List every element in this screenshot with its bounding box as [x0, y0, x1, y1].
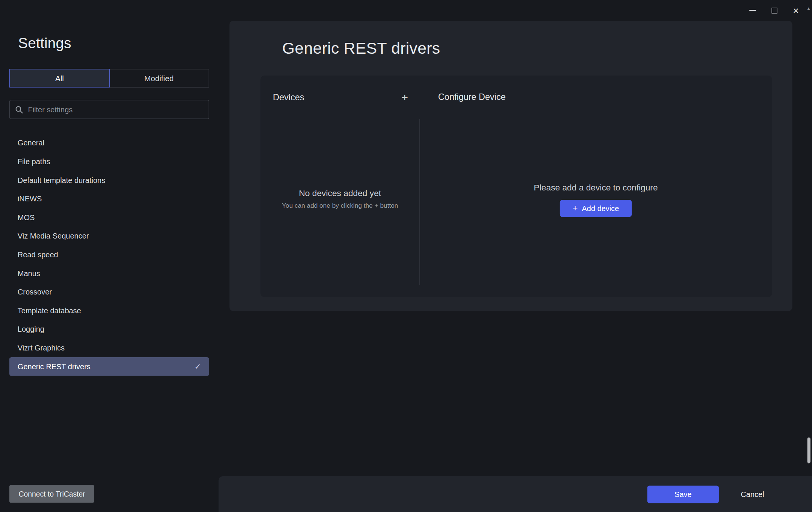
sidebar-item-label: Manus [18, 269, 40, 278]
footer-bar: Save Cancel [219, 476, 812, 512]
devices-configure-panel: Devices + No devices added yet You can a… [260, 76, 772, 297]
sidebar-item-label: Read speed [18, 251, 58, 259]
page-title: Settings [18, 35, 71, 52]
minimize-button[interactable] [745, 3, 760, 18]
configure-device-heading: Configure Device [438, 92, 506, 102]
minimize-icon [749, 10, 756, 11]
sidebar-item-label: Default template durations [18, 176, 105, 184]
configure-device-header: Configure Device [438, 92, 506, 103]
tab-all[interactable]: All [9, 69, 110, 88]
sidebar-item-template-database[interactable]: Template database [9, 301, 209, 320]
sidebar-item-read-speed[interactable]: Read speed [9, 245, 209, 264]
sidebar-item-label: File paths [18, 157, 50, 166]
add-device-button[interactable]: + Add device [560, 200, 632, 217]
sidebar-item-label: Viz Media Sequencer [18, 232, 89, 240]
plus-icon: + [573, 204, 578, 213]
sidebar-item-default-template-durations[interactable]: Default template durations [9, 171, 209, 190]
sidebar-item-crossover[interactable]: Crossover [9, 282, 209, 301]
maximize-button[interactable] [767, 3, 782, 18]
filter-settings-search[interactable] [9, 100, 209, 119]
search-icon [15, 105, 23, 113]
connect-to-tricaster-button[interactable]: Connect to TriCaster [9, 485, 95, 503]
sidebar-tabs: All Modified [9, 69, 209, 88]
sidebar-item-general[interactable]: General [9, 134, 209, 153]
scrollbar-track[interactable]: ▲ [805, 0, 812, 512]
scale-wrapper: ✕ ▲ Settings All Modified General File p… [0, 0, 812, 512]
sidebar-item-manus[interactable]: Manus [9, 264, 209, 283]
sidebar-item-label: iNEWS [18, 195, 42, 203]
settings-nav: General File paths Default template dura… [9, 134, 209, 376]
scrollbar-thumb[interactable] [807, 438, 810, 464]
sidebar-item-inews[interactable]: iNEWS [9, 189, 209, 208]
devices-empty-subtitle: You can add one by clicking the + button [260, 202, 419, 209]
sidebar-item-label: Crossover [18, 288, 52, 296]
search-input[interactable] [28, 105, 203, 113]
devices-column: Devices + No devices added yet You can a… [260, 76, 419, 297]
main-panel: Generic REST drivers Devices + No device… [230, 21, 792, 311]
cancel-button[interactable]: Cancel [719, 485, 786, 503]
sidebar-item-label: Logging [18, 325, 44, 334]
sidebar-item-viz-media-sequencer[interactable]: Viz Media Sequencer [9, 227, 209, 246]
devices-header: Devices + [273, 92, 408, 103]
sidebar-item-label: Template database [18, 307, 81, 315]
sidebar-item-logging[interactable]: Logging [9, 320, 209, 339]
window-controls: ✕ [745, 0, 804, 21]
devices-heading: Devices [273, 93, 304, 103]
configure-device-column: Configure Device Please add a device to … [419, 76, 772, 297]
main-title: Generic REST drivers [282, 39, 440, 58]
sidebar-item-label: Vizrt Graphics [18, 344, 65, 352]
settings-window: ✕ ▲ Settings All Modified General File p… [0, 0, 812, 512]
close-button[interactable]: ✕ [788, 3, 804, 18]
sidebar-item-label: MOS [18, 213, 35, 222]
close-icon: ✕ [793, 6, 799, 14]
configure-empty-title: Please add a device to configure [419, 183, 772, 193]
save-button[interactable]: Save [647, 485, 719, 503]
devices-empty-state: No devices added yet You can add one by … [260, 189, 419, 209]
sidebar-item-mos[interactable]: MOS [9, 208, 209, 227]
sidebar-item-vizrt-graphics[interactable]: Vizrt Graphics [9, 338, 209, 357]
check-icon: ✓ [194, 362, 201, 371]
tab-modified[interactable]: Modified [109, 69, 209, 87]
sidebar-item-label: Generic REST drivers [18, 362, 91, 371]
scroll-up-arrow-icon[interactable]: ▲ [805, 6, 812, 11]
maximize-icon [771, 8, 777, 13]
configure-empty-state: Please add a device to configure + Add d… [419, 183, 772, 217]
sidebar-item-generic-rest-drivers[interactable]: Generic REST drivers ✓ [9, 357, 209, 376]
add-device-button-label: Add device [582, 204, 619, 213]
add-device-plus-icon[interactable]: + [401, 92, 408, 103]
sidebar-item-file-paths[interactable]: File paths [9, 152, 209, 171]
sidebar-item-label: General [18, 139, 44, 147]
devices-empty-title: No devices added yet [260, 189, 419, 198]
